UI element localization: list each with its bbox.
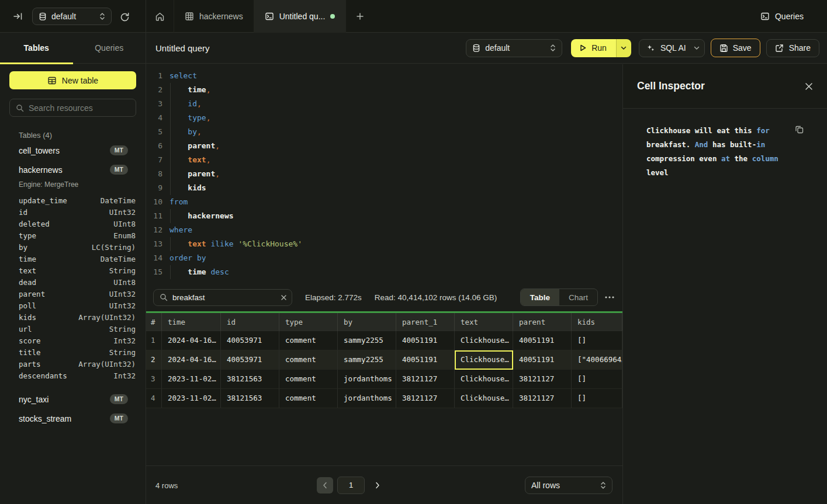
code-line[interactable]: 4 type, — [151, 111, 622, 125]
tab-hackernews[interactable]: hackernews — [174, 0, 254, 33]
clear-search-icon[interactable] — [281, 294, 287, 301]
column-header[interactable]: parent_1 — [396, 313, 455, 331]
table-row[interactable]: 32023-11-02…38121563commentjordanthoms38… — [146, 370, 622, 389]
table-cell[interactable]: 2024-04-16… — [162, 331, 221, 350]
table-cell[interactable]: Clickhouse… — [455, 370, 513, 389]
column-header[interactable]: # — [146, 313, 162, 331]
column-header[interactable]: type — [279, 313, 338, 331]
collapse-sidebar-icon[interactable] — [13, 12, 23, 21]
table-cell[interactable]: [] — [572, 389, 622, 408]
table-cell[interactable]: 38121563 — [221, 370, 279, 389]
column-header[interactable]: kids — [572, 313, 622, 331]
view-toggle-chart[interactable]: Chart — [559, 289, 597, 305]
table-cell[interactable]: Clickhouse… — [455, 331, 513, 350]
code-line[interactable]: 11 hackernews — [151, 209, 622, 223]
query-title[interactable]: Untitled query — [155, 43, 210, 53]
code-line[interactable]: 10from — [151, 195, 622, 209]
code-line[interactable]: 3 id, — [151, 97, 622, 111]
table-cell[interactable]: 40051191 — [396, 331, 455, 350]
table-cell[interactable]: 2024-04-16… — [162, 350, 221, 370]
table-cell[interactable]: jordanthoms — [338, 370, 396, 389]
table-cell[interactable]: Clickhouse… — [455, 389, 513, 408]
row-number[interactable]: 4 — [146, 389, 162, 408]
column-header[interactable]: parent — [513, 313, 572, 331]
table-cell[interactable]: comment — [279, 389, 338, 408]
table-cell[interactable]: 38121563 — [221, 389, 279, 408]
query-database-selector[interactable]: default — [466, 39, 562, 57]
table-cell[interactable]: 2023-11-02… — [162, 389, 221, 408]
save-button[interactable]: Save — [711, 39, 760, 57]
database-selector[interactable]: default — [32, 8, 112, 25]
code-line[interactable]: 9 kids — [151, 181, 622, 195]
view-toggle-table[interactable]: Table — [521, 289, 559, 305]
queries-button[interactable]: Queries — [760, 0, 804, 33]
table-cell[interactable]: 40051191 — [396, 350, 455, 370]
code-line[interactable]: 8 parent, — [151, 167, 622, 181]
sidebar-tab-tables[interactable]: Tables — [0, 33, 73, 63]
code-line[interactable]: 15 time desc — [151, 265, 622, 279]
column-header[interactable]: id — [221, 313, 279, 331]
table-cell[interactable]: jordanthoms — [338, 389, 396, 408]
table-cell[interactable]: 40051191 — [513, 331, 572, 350]
table-cell[interactable]: comment — [279, 350, 338, 370]
table-cell[interactable]: [] — [572, 370, 622, 389]
code-line[interactable]: 13 text ilike '%ClickHouse%' — [151, 237, 622, 251]
page-size-selector[interactable]: All rows — [525, 477, 613, 494]
refresh-icon[interactable] — [120, 12, 130, 22]
prev-page-button[interactable] — [317, 477, 333, 493]
code-line[interactable]: 12where — [151, 223, 622, 237]
table-row[interactable]: 42023-11-02…38121563commentjordanthoms38… — [146, 389, 622, 408]
column-header[interactable]: by — [338, 313, 396, 331]
table-cell[interactable]: sammy2255 — [338, 350, 396, 370]
table-cell[interactable]: 40053971 — [221, 350, 279, 370]
sidebar-tab-queries[interactable]: Queries — [73, 33, 146, 63]
results-search-input[interactable] — [172, 293, 276, 302]
column-name: kids — [19, 313, 36, 322]
new-tab-button[interactable] — [346, 0, 374, 33]
run-button[interactable]: Run — [571, 39, 616, 57]
run-options-dropdown[interactable] — [616, 39, 631, 57]
table-cell[interactable]: comment — [279, 331, 338, 350]
table-cell[interactable]: 38121127 — [396, 370, 455, 389]
sql-ai-button[interactable]: SQL AI — [639, 39, 705, 57]
chevron-down-icon[interactable] — [694, 46, 700, 50]
sidebar-table-nyc-taxi[interactable]: nyc_taxi MT — [0, 390, 146, 409]
share-button[interactable]: Share — [766, 39, 819, 57]
table-cell[interactable]: 38121127 — [513, 370, 572, 389]
column-header[interactable]: time — [162, 313, 221, 331]
row-number[interactable]: 1 — [146, 331, 162, 350]
table-cell[interactable]: [] — [572, 331, 622, 350]
table-cell[interactable]: 38121127 — [396, 389, 455, 408]
tab-home[interactable] — [146, 0, 174, 33]
table-cell[interactable]: 2023-11-02… — [162, 370, 221, 389]
sidebar-table-cell-towers[interactable]: cell_towers MT — [0, 141, 146, 160]
table-cell[interactable]: ["40066964… — [572, 350, 622, 370]
table-cell[interactable]: 40051191 — [513, 350, 572, 370]
code-line[interactable]: 2 time, — [151, 83, 622, 97]
table-cell[interactable]: Clickhouse… — [455, 350, 513, 370]
new-table-button[interactable]: New table — [9, 71, 136, 89]
code-line[interactable]: 14order by — [151, 251, 622, 265]
tab-untitled-query[interactable]: Untitled qu... — [254, 0, 347, 33]
more-options-icon[interactable] — [605, 296, 614, 298]
table-cell[interactable]: sammy2255 — [338, 331, 396, 350]
sql-editor[interactable]: 1select2 time,3 id,4 type,5 by,6 parent,… — [146, 64, 622, 283]
column-header[interactable]: text — [455, 313, 513, 331]
code-line[interactable]: 5 by, — [151, 125, 622, 139]
table-row[interactable]: 12024-04-16…40053971commentsammy22554005… — [146, 331, 622, 350]
sidebar-table-hackernews[interactable]: hackernews MT — [0, 160, 146, 179]
table-cell[interactable]: 38121127 — [513, 389, 572, 408]
sidebar-table-stocks-stream[interactable]: stocks_stream MT — [0, 409, 146, 428]
row-number[interactable]: 2 — [146, 350, 162, 370]
table-cell[interactable]: 40053971 — [221, 331, 279, 350]
code-line[interactable]: 6 parent, — [151, 139, 622, 153]
code-line[interactable]: 7 text, — [151, 153, 622, 167]
row-number[interactable]: 3 — [146, 370, 162, 389]
table-row[interactable]: 22024-04-16…40053971commentsammy22554005… — [146, 350, 622, 370]
code-line[interactable]: 1select — [151, 69, 622, 83]
current-page[interactable]: 1 — [337, 477, 365, 494]
table-cell[interactable]: comment — [279, 370, 338, 389]
close-icon[interactable] — [805, 82, 813, 91]
search-resources-input[interactable] — [29, 103, 134, 113]
next-page-button[interactable] — [375, 482, 380, 489]
